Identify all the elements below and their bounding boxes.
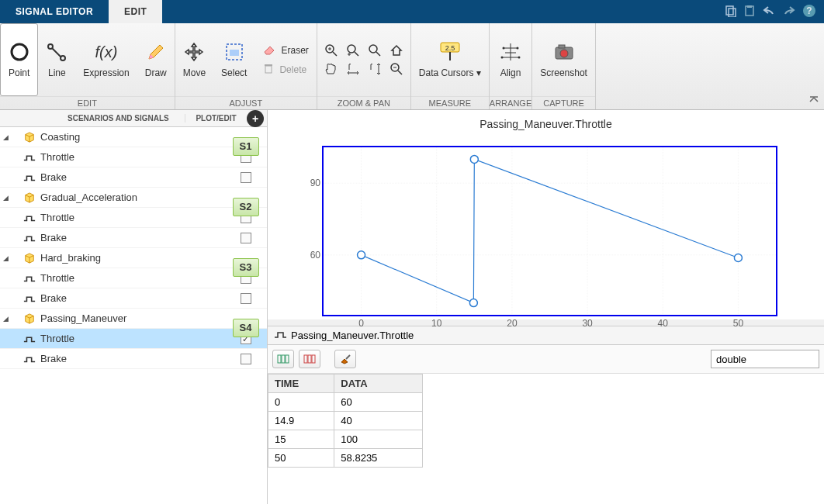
eraser-icon: [262, 43, 276, 57]
pan-x-icon[interactable]: [344, 61, 362, 77]
tree-signal[interactable]: Brake: [0, 167, 267, 188]
zoom-y-icon[interactable]: [365, 43, 384, 58]
data-table[interactable]: TIME DATA 06014.940151005058.8235: [268, 374, 423, 468]
toolstrip-expand-icon[interactable]: [808, 95, 819, 106]
cell-data[interactable]: 100: [334, 430, 423, 449]
expression-icon: f(x): [95, 42, 118, 64]
svg-rect-38: [559, 45, 565, 48]
table-row[interactable]: 5058.8235: [268, 449, 423, 468]
table-row[interactable]: 15100: [268, 430, 423, 449]
svg-rect-3: [747, 5, 752, 8]
signal-icon: [22, 354, 37, 364]
table-header-time[interactable]: TIME: [268, 375, 334, 393]
camera-icon: [553, 42, 575, 64]
plot-checkbox[interactable]: [241, 354, 251, 364]
insert-column-button[interactable]: [272, 350, 294, 368]
tree-signal[interactable]: Brake: [0, 349, 267, 369]
table-header-data[interactable]: DATA: [334, 375, 423, 393]
scenario-name: Passing_Maneuver: [37, 312, 224, 324]
pencil-icon: [146, 42, 166, 64]
svg-text:f(x): f(x): [95, 43, 118, 60]
select-button[interactable]: Select: [213, 23, 254, 96]
paste-icon[interactable]: [743, 5, 756, 19]
svg-line-59: [346, 355, 350, 359]
expand-arrow-icon[interactable]: ◢: [0, 254, 11, 262]
plot-checkbox[interactable]: [241, 293, 251, 304]
tab-edit[interactable]: EDIT: [109, 0, 162, 23]
plot-axes[interactable]: 6090 01020304050: [322, 146, 777, 316]
home-icon[interactable]: [387, 43, 406, 58]
tab-signal-editor[interactable]: SIGNAL EDITOR: [0, 0, 109, 23]
add-scenario-button[interactable]: +: [247, 110, 264, 127]
redo-icon[interactable]: [782, 5, 796, 19]
scenario-icon: [22, 313, 37, 324]
cell-time[interactable]: 0: [268, 393, 334, 412]
datatype-select[interactable]: [711, 350, 819, 368]
plot-checkbox[interactable]: [241, 233, 251, 243]
tree-scenario[interactable]: ◢CoastingS1: [0, 127, 267, 147]
plot-checkbox[interactable]: [241, 172, 251, 183]
screenshot-label: Screenshot: [540, 67, 587, 78]
tree-signal[interactable]: Throttle: [0, 208, 267, 228]
tree-signal[interactable]: Throttle: [0, 329, 267, 349]
tree-scenario[interactable]: ◢Gradual_AccelerationS2: [0, 188, 267, 208]
pan-icon[interactable]: [322, 61, 341, 77]
line-icon: [47, 42, 67, 64]
signal-name: Brake: [37, 171, 224, 183]
signal-icon: [22, 233, 37, 243]
align-button[interactable]: Align: [492, 23, 529, 96]
cell-data[interactable]: 58.8235: [334, 449, 423, 468]
scenario-badge: S4: [233, 319, 259, 337]
data-cursors-label: Data Cursors ▾: [419, 67, 481, 78]
pan-y-icon[interactable]: [365, 61, 384, 77]
expression-button[interactable]: f(x) Expression: [75, 23, 137, 96]
delete-label: Delete: [279, 64, 306, 75]
point-icon: [9, 42, 29, 64]
svg-rect-53: [278, 355, 281, 363]
move-button[interactable]: Move: [175, 23, 213, 96]
screenshot-button[interactable]: Screenshot: [532, 23, 595, 96]
help-icon[interactable]: ?: [802, 4, 816, 20]
expand-arrow-icon[interactable]: ◢: [0, 194, 11, 202]
data-cursors-button[interactable]: 2.5 Data Cursors ▾: [411, 23, 489, 96]
x-tick: 30: [582, 318, 592, 329]
eraser-button[interactable]: Eraser: [259, 41, 311, 59]
cell-data[interactable]: 60: [334, 393, 423, 412]
move-icon: [184, 42, 204, 64]
signal-icon: [22, 274, 37, 283]
delete-column-button[interactable]: [299, 350, 320, 368]
point-button[interactable]: Point: [0, 23, 38, 96]
undo-icon[interactable]: [762, 5, 776, 19]
zoom-out-icon[interactable]: [387, 61, 406, 77]
zoom-x-icon[interactable]: [344, 43, 362, 58]
tree-signal[interactable]: Brake: [0, 228, 267, 248]
svg-rect-0: [726, 6, 733, 15]
scenario-icon: [22, 132, 37, 143]
line-button[interactable]: Line: [38, 23, 75, 96]
svg-line-22: [376, 52, 380, 56]
draw-button[interactable]: Draw: [137, 23, 175, 96]
table-row[interactable]: 060: [268, 393, 423, 412]
cell-time[interactable]: 15: [268, 430, 334, 449]
brush-button[interactable]: [334, 350, 356, 368]
tree-signal[interactable]: Throttle: [0, 268, 267, 288]
table-row[interactable]: 14.940: [268, 412, 423, 430]
tree-scenario[interactable]: ◢Passing_ManeuverS4: [0, 309, 267, 329]
scenario-name: Hard_braking: [37, 252, 224, 264]
edit-group-label: EDIT: [0, 96, 175, 109]
tree-signal[interactable]: Throttle: [0, 147, 267, 167]
tree-scenario[interactable]: ◢Hard_brakingS3: [0, 248, 267, 268]
svg-point-36: [518, 56, 521, 58]
tree-signal[interactable]: Brake: [0, 288, 267, 309]
expand-arrow-icon[interactable]: ◢: [0, 315, 11, 323]
zoom-in-icon[interactable]: [322, 43, 341, 58]
svg-point-50: [469, 299, 477, 307]
svg-rect-57: [308, 355, 311, 363]
copy-icon[interactable]: [725, 5, 737, 19]
x-tick: 0: [358, 318, 364, 329]
expand-arrow-icon[interactable]: ◢: [0, 133, 11, 141]
cell-time[interactable]: 14.9: [268, 412, 334, 430]
cell-data[interactable]: 40: [334, 412, 423, 430]
svg-point-19: [348, 45, 355, 53]
cell-time[interactable]: 50: [268, 449, 334, 468]
